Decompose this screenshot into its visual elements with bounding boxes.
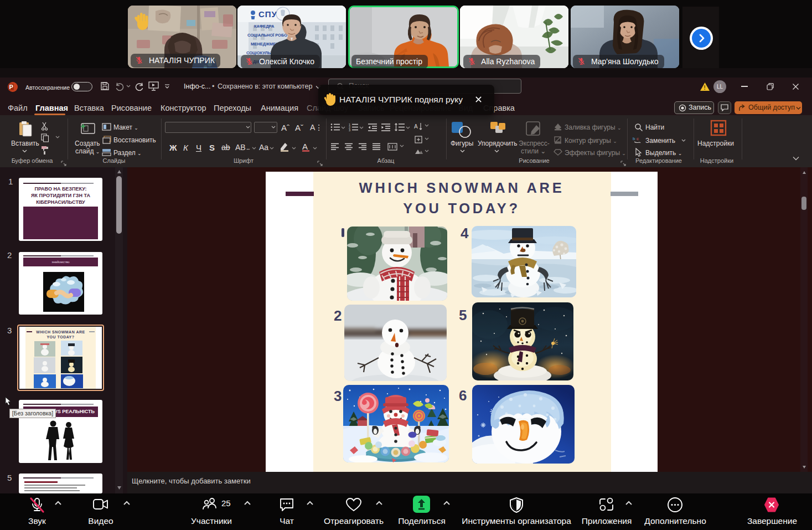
svg-text:P: P (9, 84, 13, 90)
svg-text:КАФЕДРА: КАФЕДРА (254, 24, 275, 29)
svg-text:c: c (637, 136, 639, 141)
svg-text:b: b (633, 136, 635, 141)
svg-text:3: 3 (349, 128, 350, 131)
svg-text:!: ! (704, 84, 706, 91)
svg-text:СПУ: СПУ (258, 9, 277, 19)
svg-text:A: A (414, 124, 418, 130)
